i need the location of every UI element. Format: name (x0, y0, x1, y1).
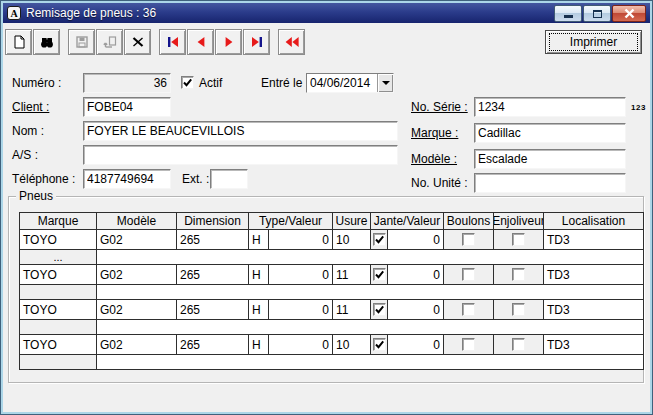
cell-note-left[interactable]: ... (20, 250, 97, 265)
enjoliveur-checkbox[interactable] (512, 303, 525, 316)
ext-label: Ext. : (182, 169, 209, 189)
titlebar: A Remisage de pneus : 36 (3, 3, 650, 23)
entre-le-field[interactable] (307, 74, 377, 92)
cell-marque[interactable]: TOYO (20, 300, 97, 320)
previous-record-button[interactable] (187, 29, 214, 55)
jante-checkbox[interactable] (373, 268, 386, 281)
cell-type-valeur[interactable]: 0 (269, 265, 333, 285)
imprimer-button[interactable]: Imprimer (545, 30, 642, 54)
revert-button[interactable] (96, 29, 123, 55)
cell-marque[interactable]: TOYO (20, 335, 97, 355)
first-record-icon (165, 34, 181, 50)
cell-dimension[interactable]: 265 (177, 265, 249, 285)
ext-field[interactable] (210, 169, 248, 189)
cell-marque[interactable]: TOYO (20, 265, 97, 285)
boulons-checkbox[interactable] (462, 338, 475, 351)
cell-note-left[interactable] (20, 285, 97, 300)
cell-jante (371, 300, 388, 320)
cell-modele[interactable]: G02 (97, 335, 177, 355)
delete-button[interactable] (124, 29, 151, 55)
cell-type-valeur[interactable]: 0 (269, 230, 333, 250)
cell-note[interactable] (97, 320, 644, 335)
cell-jante-valeur[interactable]: 0 (388, 230, 444, 250)
check-icon (182, 77, 193, 88)
check-icon (374, 234, 385, 245)
cell-type-valeur[interactable]: 0 (269, 300, 333, 320)
chevron-down-icon (382, 81, 390, 85)
cell-type-valeur[interactable]: 0 (269, 335, 333, 355)
numero-field[interactable] (83, 73, 171, 93)
modele-label[interactable]: Modèle : (411, 149, 457, 169)
cell-modele[interactable]: G02 (97, 230, 177, 250)
cell-marque[interactable]: TOYO (20, 230, 97, 250)
next-record-button[interactable] (215, 29, 242, 55)
modele-field[interactable] (474, 149, 626, 169)
telephone-field[interactable] (83, 169, 171, 189)
no-unite-label: No. Unité : (411, 173, 468, 193)
restore-button[interactable] (583, 5, 611, 22)
cell-type[interactable]: H (249, 335, 269, 355)
actif-checkbox[interactable] (181, 76, 194, 89)
cell-localisation[interactable]: TD3 (544, 335, 644, 355)
marque-label[interactable]: Marque : (411, 123, 458, 143)
cell-localisation[interactable]: TD3 (544, 265, 644, 285)
close-button[interactable] (612, 5, 646, 22)
jante-checkbox[interactable] (373, 303, 386, 316)
cell-jante-valeur[interactable]: 0 (388, 265, 444, 285)
client-label[interactable]: Client : (12, 97, 49, 117)
enjoliveur-checkbox[interactable] (512, 268, 525, 281)
cell-dimension[interactable]: 265 (177, 230, 249, 250)
cell-usure[interactable]: 10 (333, 230, 371, 250)
cell-usure[interactable]: 11 (333, 300, 371, 320)
cell-localisation[interactable]: TD3 (544, 300, 644, 320)
cell-note[interactable] (97, 250, 644, 265)
col-header-marque: Marque (20, 213, 97, 230)
find-icon (39, 34, 55, 50)
last-record-button[interactable] (243, 29, 270, 55)
no-serie-label[interactable]: No. Série : (411, 97, 468, 117)
cell-type[interactable]: H (249, 230, 269, 250)
revert-icon (102, 34, 118, 50)
numero-label: Numéro : (12, 73, 61, 93)
client-field[interactable] (83, 97, 171, 117)
col-header-boulons: Boulons (444, 213, 494, 230)
jante-checkbox[interactable] (373, 233, 386, 246)
nom-field[interactable] (83, 121, 398, 141)
previous-block-button[interactable] (278, 29, 305, 55)
col-header-type-valeur: Type/Valeur (249, 213, 333, 230)
cell-boulons (444, 300, 494, 320)
first-record-button[interactable] (159, 29, 186, 55)
cell-modele[interactable]: G02 (97, 265, 177, 285)
cell-note-left[interactable] (20, 355, 97, 370)
find-button[interactable] (33, 29, 60, 55)
cell-jante-valeur[interactable]: 0 (388, 335, 444, 355)
boulons-checkbox[interactable] (462, 233, 475, 246)
cell-modele[interactable]: G02 (97, 300, 177, 320)
next-record-icon (221, 34, 237, 50)
entre-le-dropdown-button[interactable] (377, 74, 393, 92)
cell-dimension[interactable]: 265 (177, 335, 249, 355)
cell-type[interactable]: H (249, 300, 269, 320)
cell-usure[interactable]: 11 (333, 265, 371, 285)
no-unite-field[interactable] (474, 173, 626, 193)
cell-jante (371, 335, 388, 355)
boulons-checkbox[interactable] (462, 268, 475, 281)
cell-note-left[interactable] (20, 320, 97, 335)
enjoliveur-checkbox[interactable] (512, 233, 525, 246)
cell-dimension[interactable]: 265 (177, 300, 249, 320)
cell-usure[interactable]: 10 (333, 335, 371, 355)
cell-localisation[interactable]: TD3 (544, 230, 644, 250)
cell-note[interactable] (97, 355, 644, 370)
no-serie-field[interactable] (474, 97, 626, 117)
enjoliveur-checkbox[interactable] (512, 338, 525, 351)
cell-type[interactable]: H (249, 265, 269, 285)
cell-jante-valeur[interactable]: 0 (388, 300, 444, 320)
cell-note[interactable] (97, 285, 644, 300)
marque-field[interactable] (474, 123, 626, 143)
as-field[interactable] (83, 145, 398, 165)
minimize-button[interactable] (554, 5, 582, 22)
jante-checkbox[interactable] (373, 338, 386, 351)
boulons-checkbox[interactable] (462, 303, 475, 316)
save-button[interactable] (68, 29, 95, 55)
new-record-button[interactable] (5, 29, 32, 55)
